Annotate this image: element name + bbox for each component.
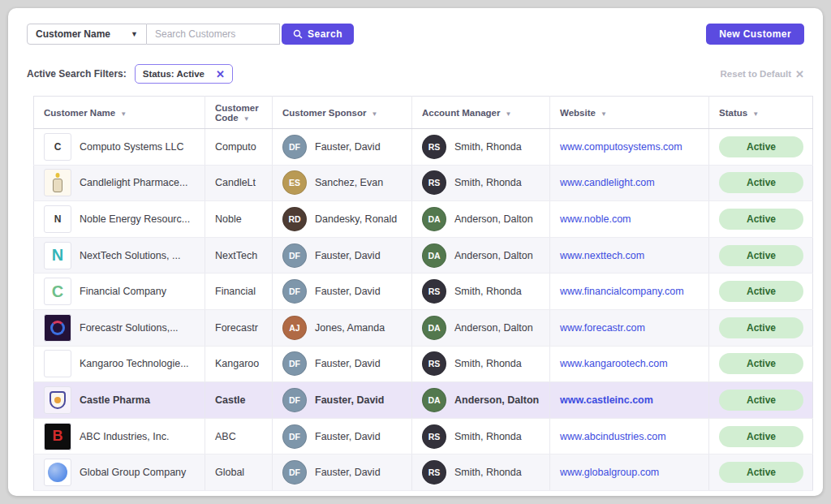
cell-status: Active (709, 165, 813, 201)
table-row[interactable]: NNextTech Solutions, ...NextTechDFFauste… (34, 237, 813, 274)
globe-icon (48, 463, 67, 482)
status-badge: Active (719, 462, 803, 483)
customers-table: Customer Name▼ Customer Code▼ Customer S… (33, 96, 812, 491)
cell-customer-name: NNextTech Solutions, ... (34, 237, 205, 274)
filter-chip-status-active[interactable]: Status: Active ✕ (135, 64, 233, 84)
cell-account-manager: RSSmith, Rhonda (412, 454, 550, 491)
column-header-status[interactable]: Status▼ (709, 97, 813, 129)
cell-customer-name: Castle Pharma (34, 382, 205, 419)
manager-name: Anderson, Dalton (454, 213, 533, 225)
sponsor-avatar: DF (282, 351, 307, 376)
customer-logo: C (44, 278, 71, 305)
cell-customer-sponsor: DFFauster, David (273, 418, 412, 454)
website-link[interactable]: www.abcindustries.com (560, 431, 666, 442)
cell-customer-code: ABC (205, 418, 273, 454)
sponsor-name: Fauster, David (315, 358, 381, 369)
flame-icon (56, 173, 60, 178)
column-header-account-manager[interactable]: Account Manager▼ (412, 97, 550, 129)
column-header-website[interactable]: Website▼ (550, 97, 709, 129)
ring-icon (50, 321, 65, 335)
manager-avatar: RS (422, 170, 446, 195)
sponsor-name: Fauster, David (315, 141, 381, 153)
column-header-customer-name[interactable]: Customer Name▼ (34, 97, 205, 129)
customer-name-label: Kangaroo Technologie... (80, 358, 189, 369)
sponsor-avatar: DF (282, 279, 307, 304)
active-filters-label: Active Search Filters: (27, 68, 127, 80)
cell-account-manager: DAAnderson, Dalton (412, 201, 550, 238)
status-badge: Active (719, 136, 803, 157)
search-category-select[interactable]: Customer Name ▼ (27, 24, 147, 45)
cell-customer-name: Candlelight Pharmace... (34, 165, 205, 201)
table-row[interactable]: Global Group CompanyGlobalDFFauster, Dav… (34, 454, 813, 491)
customer-logo: B (44, 423, 71, 450)
sponsor-avatar: DF (282, 135, 307, 159)
cell-website: www.forecastr.com (550, 309, 709, 346)
website-link[interactable]: www.globalgroup.com (560, 467, 659, 478)
cell-customer-name: Global Group Company (34, 454, 205, 491)
manager-name: Smith, Rhonda (454, 358, 522, 369)
manager-avatar: RS (422, 135, 446, 159)
cell-customer-name: Forecastr Solutions,... (34, 309, 205, 346)
cell-customer-sponsor: DFFauster, David (273, 274, 412, 310)
column-header-customer-code[interactable]: Customer Code▼ (205, 97, 273, 129)
search-button-label: Search (308, 28, 342, 40)
cell-website: www.noble.com (550, 201, 709, 238)
cell-customer-name: CFinancial Company (34, 274, 205, 310)
manager-name: Anderson, Dalton (454, 250, 533, 261)
filter-remove-icon[interactable]: ✕ (216, 69, 225, 80)
website-link[interactable]: www.candlelight.com (560, 177, 655, 188)
manager-avatar: DA (422, 388, 446, 412)
website-link[interactable]: www.forecastr.com (560, 322, 645, 334)
column-header-customer-sponsor[interactable]: Customer Sponsor▼ (273, 97, 412, 129)
search-button[interactable]: Search (282, 24, 354, 45)
cell-customer-sponsor: DFFauster, David (273, 237, 412, 274)
shield-icon (50, 391, 66, 409)
website-link[interactable]: www.financialcompany.com (560, 286, 684, 297)
status-badge: Active (719, 317, 803, 338)
table-row[interactable]: BABC Industries, Inc.ABCDFFauster, David… (34, 418, 813, 454)
table-row[interactable]: NNoble Energy Resourc...NobleRDDandesky,… (34, 201, 813, 238)
sponsor-avatar: DF (282, 243, 307, 268)
sponsor-avatar: DF (282, 460, 307, 485)
cell-website: www.globalgroup.com (550, 454, 709, 491)
table-row[interactable]: Castle PharmaCastleDFFauster, DavidDAAnd… (34, 382, 813, 419)
sponsor-name: Jones, Amanda (315, 322, 385, 334)
search-input[interactable] (147, 24, 280, 45)
table-row[interactable]: CComputo Systems LLCComputoDFFauster, Da… (34, 129, 813, 166)
cell-customer-sponsor: AJJones, Amanda (273, 309, 412, 346)
status-badge: Active (719, 281, 803, 302)
sort-caret-icon: ▼ (120, 110, 127, 118)
cell-website: www.financialcompany.com (550, 274, 709, 310)
manager-name: Smith, Rhonda (454, 141, 522, 153)
table-row[interactable]: Candlelight Pharmace...CandleLtESSanchez… (34, 165, 813, 201)
candle-icon (53, 179, 62, 192)
website-link[interactable]: www.noble.com (560, 213, 631, 225)
new-customer-button[interactable]: New Customer (706, 24, 804, 45)
cell-website: www.nexttech.com (550, 237, 709, 274)
cell-website: www.abcindustries.com (550, 418, 709, 454)
customer-logo (44, 314, 71, 342)
cell-website: www.candlelight.com (550, 165, 709, 201)
website-link[interactable]: www.computosystems.com (560, 141, 682, 153)
website-link[interactable]: www.castleinc.com (560, 394, 653, 406)
website-link[interactable]: www.nexttech.com (560, 250, 644, 261)
sponsor-name: Fauster, David (315, 286, 381, 297)
filter-chip-label: Status: Active (143, 69, 205, 79)
customer-search-panel: Customer Name ▼ Search New Customer Acti… (8, 8, 823, 496)
website-link[interactable]: www.kangarootech.com (560, 358, 668, 369)
customer-logo (44, 386, 71, 414)
search-category-value: Customer Name (36, 28, 110, 40)
reset-close-icon: ✕ (795, 68, 804, 80)
sponsor-name: Sanchez, Evan (315, 177, 383, 188)
table-row[interactable]: CFinancial CompanyFinancialDFFauster, Da… (34, 274, 813, 310)
table-row[interactable]: Forecastr Solutions,...ForecastrAJJones,… (34, 309, 813, 346)
sort-caret-icon: ▼ (372, 110, 378, 118)
cell-customer-code: Noble (205, 201, 273, 238)
reset-to-default-link[interactable]: Reset to Default ✕ (721, 68, 804, 80)
table-row[interactable]: Kangaroo Technologie...KangarooDFFauster… (34, 346, 813, 382)
sponsor-avatar: RD (282, 207, 307, 231)
sponsor-name: Fauster, David (315, 250, 381, 261)
cell-account-manager: RSSmith, Rhonda (412, 274, 550, 310)
cell-status: Active (709, 382, 813, 419)
manager-name: Smith, Rhonda (454, 467, 522, 478)
